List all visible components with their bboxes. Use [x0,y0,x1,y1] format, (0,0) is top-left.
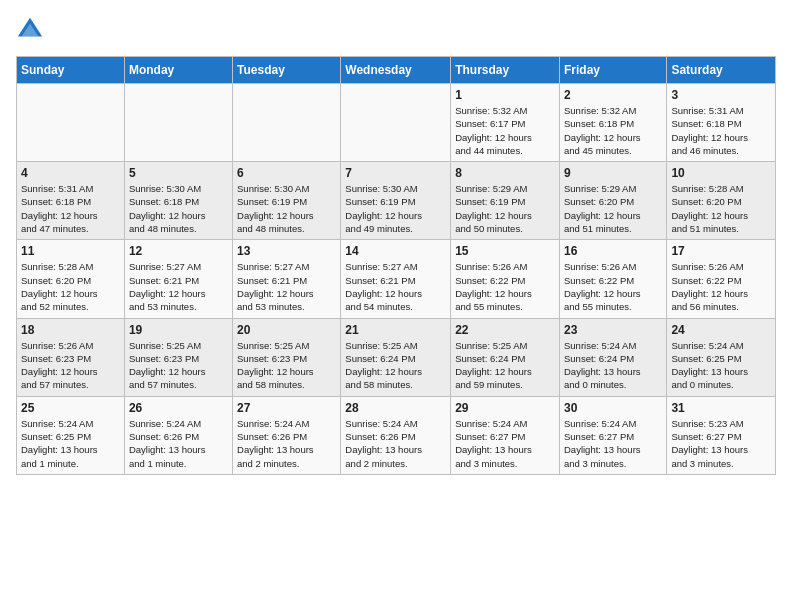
calendar-cell: 22Sunrise: 5:25 AM Sunset: 6:24 PM Dayli… [451,318,560,396]
day-number: 25 [21,401,120,415]
calendar-cell: 19Sunrise: 5:25 AM Sunset: 6:23 PM Dayli… [124,318,232,396]
day-number: 19 [129,323,228,337]
day-info: Sunrise: 5:26 AM Sunset: 6:23 PM Dayligh… [21,339,120,392]
calendar-cell: 17Sunrise: 5:26 AM Sunset: 6:22 PM Dayli… [667,240,776,318]
day-number: 22 [455,323,555,337]
day-number: 30 [564,401,662,415]
day-info: Sunrise: 5:25 AM Sunset: 6:23 PM Dayligh… [237,339,336,392]
day-info: Sunrise: 5:25 AM Sunset: 6:23 PM Dayligh… [129,339,228,392]
day-number: 9 [564,166,662,180]
day-info: Sunrise: 5:25 AM Sunset: 6:24 PM Dayligh… [345,339,446,392]
col-header-tuesday: Tuesday [233,57,341,84]
calendar-cell: 8Sunrise: 5:29 AM Sunset: 6:19 PM Daylig… [451,162,560,240]
day-info: Sunrise: 5:28 AM Sunset: 6:20 PM Dayligh… [21,260,120,313]
day-info: Sunrise: 5:26 AM Sunset: 6:22 PM Dayligh… [671,260,771,313]
calendar-cell: 14Sunrise: 5:27 AM Sunset: 6:21 PM Dayli… [341,240,451,318]
calendar-cell: 9Sunrise: 5:29 AM Sunset: 6:20 PM Daylig… [559,162,666,240]
calendar-cell [233,84,341,162]
day-number: 28 [345,401,446,415]
col-header-sunday: Sunday [17,57,125,84]
day-info: Sunrise: 5:27 AM Sunset: 6:21 PM Dayligh… [345,260,446,313]
col-header-wednesday: Wednesday [341,57,451,84]
calendar-cell [341,84,451,162]
day-number: 31 [671,401,771,415]
calendar-week-2: 4Sunrise: 5:31 AM Sunset: 6:18 PM Daylig… [17,162,776,240]
col-header-monday: Monday [124,57,232,84]
day-number: 11 [21,244,120,258]
calendar-cell: 11Sunrise: 5:28 AM Sunset: 6:20 PM Dayli… [17,240,125,318]
calendar-cell: 20Sunrise: 5:25 AM Sunset: 6:23 PM Dayli… [233,318,341,396]
day-info: Sunrise: 5:29 AM Sunset: 6:20 PM Dayligh… [564,182,662,235]
day-number: 2 [564,88,662,102]
calendar-cell: 15Sunrise: 5:26 AM Sunset: 6:22 PM Dayli… [451,240,560,318]
day-number: 24 [671,323,771,337]
day-info: Sunrise: 5:28 AM Sunset: 6:20 PM Dayligh… [671,182,771,235]
day-info: Sunrise: 5:30 AM Sunset: 6:19 PM Dayligh… [345,182,446,235]
calendar-cell: 16Sunrise: 5:26 AM Sunset: 6:22 PM Dayli… [559,240,666,318]
calendar-week-3: 11Sunrise: 5:28 AM Sunset: 6:20 PM Dayli… [17,240,776,318]
day-number: 29 [455,401,555,415]
day-info: Sunrise: 5:24 AM Sunset: 6:27 PM Dayligh… [455,417,555,470]
calendar-cell: 30Sunrise: 5:24 AM Sunset: 6:27 PM Dayli… [559,396,666,474]
day-number: 18 [21,323,120,337]
day-number: 6 [237,166,336,180]
calendar-cell [124,84,232,162]
calendar-cell: 3Sunrise: 5:31 AM Sunset: 6:18 PM Daylig… [667,84,776,162]
day-number: 8 [455,166,555,180]
calendar-cell: 4Sunrise: 5:31 AM Sunset: 6:18 PM Daylig… [17,162,125,240]
day-info: Sunrise: 5:27 AM Sunset: 6:21 PM Dayligh… [237,260,336,313]
calendar-cell: 10Sunrise: 5:28 AM Sunset: 6:20 PM Dayli… [667,162,776,240]
day-number: 12 [129,244,228,258]
col-header-saturday: Saturday [667,57,776,84]
calendar-week-1: 1Sunrise: 5:32 AM Sunset: 6:17 PM Daylig… [17,84,776,162]
day-number: 21 [345,323,446,337]
day-number: 4 [21,166,120,180]
day-info: Sunrise: 5:24 AM Sunset: 6:26 PM Dayligh… [129,417,228,470]
day-info: Sunrise: 5:26 AM Sunset: 6:22 PM Dayligh… [455,260,555,313]
day-info: Sunrise: 5:30 AM Sunset: 6:19 PM Dayligh… [237,182,336,235]
logo [16,16,48,44]
day-number: 27 [237,401,336,415]
header-row: SundayMondayTuesdayWednesdayThursdayFrid… [17,57,776,84]
day-number: 3 [671,88,771,102]
day-number: 10 [671,166,771,180]
calendar-cell: 31Sunrise: 5:23 AM Sunset: 6:27 PM Dayli… [667,396,776,474]
day-info: Sunrise: 5:24 AM Sunset: 6:24 PM Dayligh… [564,339,662,392]
page-header [16,16,776,44]
day-info: Sunrise: 5:24 AM Sunset: 6:26 PM Dayligh… [345,417,446,470]
day-number: 13 [237,244,336,258]
day-number: 16 [564,244,662,258]
day-number: 26 [129,401,228,415]
col-header-thursday: Thursday [451,57,560,84]
calendar-table: SundayMondayTuesdayWednesdayThursdayFrid… [16,56,776,475]
calendar-cell: 7Sunrise: 5:30 AM Sunset: 6:19 PM Daylig… [341,162,451,240]
calendar-cell: 28Sunrise: 5:24 AM Sunset: 6:26 PM Dayli… [341,396,451,474]
day-info: Sunrise: 5:24 AM Sunset: 6:26 PM Dayligh… [237,417,336,470]
calendar-cell: 25Sunrise: 5:24 AM Sunset: 6:25 PM Dayli… [17,396,125,474]
col-header-friday: Friday [559,57,666,84]
day-info: Sunrise: 5:25 AM Sunset: 6:24 PM Dayligh… [455,339,555,392]
calendar-cell: 13Sunrise: 5:27 AM Sunset: 6:21 PM Dayli… [233,240,341,318]
day-info: Sunrise: 5:24 AM Sunset: 6:25 PM Dayligh… [21,417,120,470]
day-info: Sunrise: 5:29 AM Sunset: 6:19 PM Dayligh… [455,182,555,235]
day-number: 15 [455,244,555,258]
day-info: Sunrise: 5:23 AM Sunset: 6:27 PM Dayligh… [671,417,771,470]
calendar-cell [17,84,125,162]
day-number: 17 [671,244,771,258]
day-info: Sunrise: 5:30 AM Sunset: 6:18 PM Dayligh… [129,182,228,235]
day-info: Sunrise: 5:31 AM Sunset: 6:18 PM Dayligh… [671,104,771,157]
day-info: Sunrise: 5:31 AM Sunset: 6:18 PM Dayligh… [21,182,120,235]
calendar-cell: 2Sunrise: 5:32 AM Sunset: 6:18 PM Daylig… [559,84,666,162]
calendar-cell: 24Sunrise: 5:24 AM Sunset: 6:25 PM Dayli… [667,318,776,396]
calendar-cell: 29Sunrise: 5:24 AM Sunset: 6:27 PM Dayli… [451,396,560,474]
day-number: 1 [455,88,555,102]
day-number: 23 [564,323,662,337]
day-info: Sunrise: 5:27 AM Sunset: 6:21 PM Dayligh… [129,260,228,313]
calendar-cell: 21Sunrise: 5:25 AM Sunset: 6:24 PM Dayli… [341,318,451,396]
day-info: Sunrise: 5:32 AM Sunset: 6:17 PM Dayligh… [455,104,555,157]
day-info: Sunrise: 5:24 AM Sunset: 6:27 PM Dayligh… [564,417,662,470]
calendar-cell: 5Sunrise: 5:30 AM Sunset: 6:18 PM Daylig… [124,162,232,240]
logo-icon [16,16,44,44]
calendar-cell: 23Sunrise: 5:24 AM Sunset: 6:24 PM Dayli… [559,318,666,396]
calendar-week-5: 25Sunrise: 5:24 AM Sunset: 6:25 PM Dayli… [17,396,776,474]
